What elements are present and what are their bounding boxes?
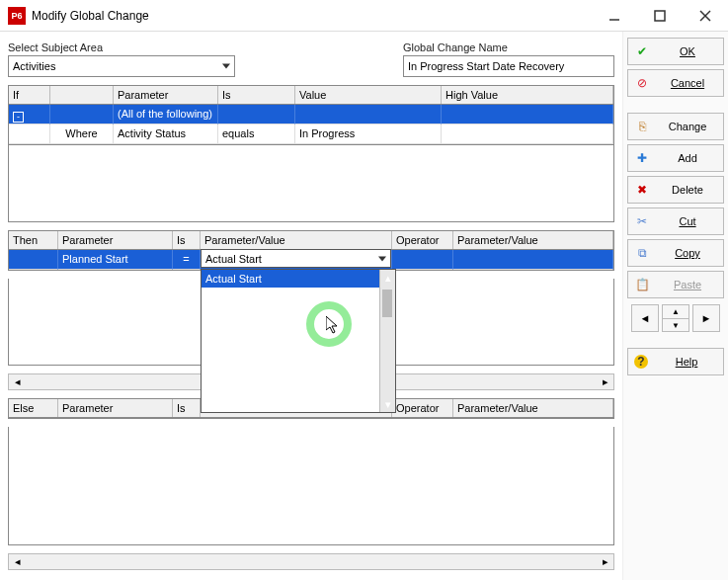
scroll-right-icon[interactable]: ▸ — [597, 555, 613, 568]
global-change-name-label: Global Change Name — [403, 41, 614, 53]
nav-down-button[interactable]: ▼ — [662, 318, 689, 332]
window-title: Modify Global Change — [32, 9, 592, 23]
cancel-label: Cancel — [658, 77, 717, 89]
delete-icon: ✖ — [634, 183, 650, 197]
dropdown-item[interactable]: Added Date — [202, 394, 379, 412]
add-icon: ✚ — [634, 151, 650, 165]
add-button[interactable]: ✚ Add — [627, 144, 724, 172]
minimize-button[interactable] — [592, 1, 637, 31]
expand-toggle[interactable]: - — [9, 105, 50, 124]
app-icon: P6 — [8, 7, 26, 25]
dropdown-scrollbar[interactable]: ▴ ▾ — [379, 270, 395, 412]
minus-icon: - — [13, 112, 24, 123]
copy-label: Copy — [658, 247, 717, 259]
if-row[interactable]: Where Activity Status equals In Progress — [9, 124, 613, 144]
dropdown-item[interactable]: Actual Total Cost — [202, 376, 379, 394]
nav-left-button[interactable]: ◄ — [631, 304, 659, 332]
cell-blank — [9, 124, 50, 144]
then-row[interactable]: Planned Start = Actual Start Actual Star… — [9, 250, 613, 270]
cut-button[interactable]: ✂ Cut — [627, 207, 724, 235]
prohibit-icon: ⊘ — [634, 76, 650, 90]
col-else: Else — [9, 399, 58, 417]
down-icon: ▼ — [672, 321, 680, 330]
nav-arrows: ◄ ▲ ▼ ► — [627, 304, 724, 332]
dropdown-item[interactable]: Actual This Period Material Cost — [202, 323, 379, 341]
scroll-thumb[interactable] — [382, 290, 392, 317]
else-grid-hscrollbar[interactable]: ◂ ▸ — [8, 553, 614, 570]
cut-icon: ✂ — [634, 214, 650, 228]
cancel-button[interactable]: ⊘ Cancel — [627, 69, 724, 97]
change-button[interactable]: ⎘ Change — [627, 113, 724, 140]
scroll-up-icon[interactable]: ▴ — [380, 270, 395, 286]
cell-where[interactable]: Where — [50, 124, 114, 144]
add-label: Add — [658, 152, 717, 164]
cell-parameter[interactable]: Activity Status — [114, 124, 218, 144]
change-label: Change — [658, 121, 717, 132]
col-if: If — [9, 86, 50, 104]
if-grid-header: If Parameter Is Value High Value — [9, 86, 613, 105]
svg-rect-1 — [655, 11, 665, 21]
col-parameter-value-2: Parameter/Value — [453, 231, 613, 249]
col-parameter: Parameter — [58, 231, 173, 249]
copy-icon: ⧉ — [634, 246, 650, 260]
col-is: Is — [173, 231, 201, 249]
cell-is[interactable]: equals — [218, 124, 295, 144]
cell-is[interactable]: = — [173, 250, 201, 270]
up-icon: ▲ — [672, 307, 680, 316]
nav-up-button[interactable]: ▲ — [662, 304, 689, 318]
cell-value[interactable]: In Progress — [295, 124, 442, 144]
col-value: Value — [295, 86, 442, 104]
delete-button[interactable]: ✖ Delete — [627, 176, 724, 204]
ok-button[interactable]: ✔ OK — [627, 38, 724, 65]
cell-operator[interactable] — [392, 250, 453, 270]
parameter-value-selected: Actual Start — [205, 253, 262, 265]
scroll-left-icon[interactable]: ◂ — [9, 555, 26, 568]
then-grid-header: Then Parameter Is Parameter/Value Operat… — [9, 231, 613, 250]
else-grid-empty — [8, 427, 614, 545]
nav-right-button[interactable]: ► — [692, 304, 720, 332]
cell-parameter-value[interactable]: Actual Start Actual StartActual This Per… — [201, 250, 392, 270]
col-parameter: Parameter — [58, 399, 173, 417]
global-change-name-input[interactable]: In Progress Start Date Recovery — [403, 55, 614, 77]
left-icon: ◄ — [640, 312, 651, 324]
paste-button[interactable]: 📋 Paste — [627, 271, 724, 298]
close-button[interactable] — [683, 1, 728, 31]
scroll-down-icon[interactable]: ▾ — [380, 396, 395, 412]
cell-value[interactable] — [295, 105, 442, 124]
titlebar: P6 Modify Global Change — [0, 0, 728, 32]
parameter-value-dropdown-list[interactable]: Actual StartActual This Period Labor Cos… — [201, 269, 396, 413]
if-row[interactable]: - (All of the following) — [9, 105, 613, 124]
scroll-right-icon[interactable]: ▸ — [597, 375, 613, 388]
if-grid[interactable]: If Parameter Is Value High Value - (All … — [8, 85, 614, 145]
cell-parameter-value-2[interactable] — [453, 250, 613, 270]
cell-parameter[interactable]: Planned Start — [58, 250, 173, 270]
maximize-button[interactable] — [637, 1, 683, 31]
col-parameter-value: Parameter/Value — [201, 231, 392, 249]
scroll-left-icon[interactable]: ◂ — [9, 375, 26, 388]
cell-high-value[interactable] — [442, 124, 613, 144]
subject-area-select[interactable]: Activities — [8, 55, 235, 77]
col-operator: Operator — [392, 399, 453, 417]
cut-label: Cut — [658, 215, 717, 227]
col-parameter: Parameter — [114, 86, 218, 104]
delete-label: Delete — [658, 184, 717, 196]
then-grid[interactable]: Then Parameter Is Parameter/Value Operat… — [8, 230, 614, 271]
dropdown-item[interactable]: Actual This Period Labor Cost — [202, 288, 379, 305]
help-label: Help — [656, 356, 717, 368]
dropdown-item[interactable]: Actual This Period Nonlabor Cost — [202, 341, 379, 359]
cell-is[interactable] — [218, 105, 295, 124]
button-panel: ✔ OK ⊘ Cancel ⎘ Change ✚ Add ✖ Delete ✂ … — [622, 32, 728, 580]
parameter-value-dropdown[interactable]: Actual Start — [201, 249, 391, 268]
global-change-name-value: In Progress Start Date Recovery — [408, 60, 564, 72]
right-icon: ► — [701, 312, 712, 324]
copy-button[interactable]: ⧉ Copy — [627, 239, 724, 267]
help-button[interactable]: ? Help — [627, 348, 724, 375]
col-is: Is — [218, 86, 295, 104]
cell-parameter[interactable]: (All of the following) — [114, 105, 218, 124]
dropdown-item[interactable]: Actual Start — [202, 270, 379, 288]
dropdown-item[interactable]: Actual This Period Labor Units — [202, 305, 379, 323]
cell-where[interactable] — [50, 105, 114, 124]
dropdown-item[interactable]: Actual This Period Nonlabor Units — [202, 359, 379, 376]
cell-high-value[interactable] — [442, 105, 613, 124]
paste-label: Paste — [658, 279, 717, 290]
